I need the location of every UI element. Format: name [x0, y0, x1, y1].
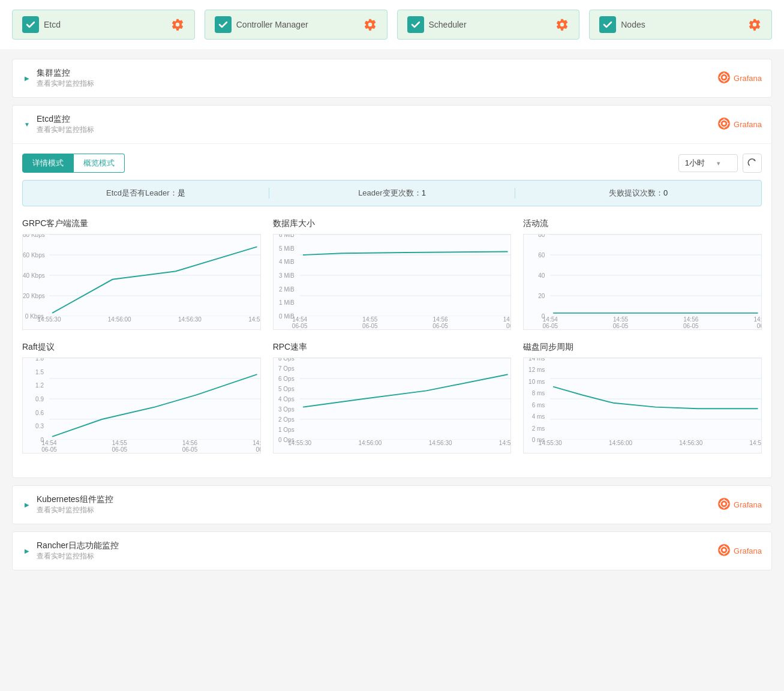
gear-icon [747, 17, 762, 32]
y-label: 8 Ops [274, 357, 296, 362]
y-label: 4 ms [524, 413, 546, 420]
y-label: 1 Ops [274, 426, 296, 433]
charts-grid: GRPC客户端流量 80 Kbps60 Kbps40 Kbps20 Kbps0 … [22, 218, 762, 453]
y-label: 12 ms [524, 366, 546, 373]
status-check-icon [215, 16, 232, 33]
x-label: 14:5406-05 [543, 316, 558, 329]
time-selector: 1小时 ▾ [678, 154, 762, 173]
section-arrow-etcd: ▼ [22, 120, 32, 130]
x-label: 14:5606-05 [432, 316, 448, 329]
y-label: 0.6 [23, 409, 46, 416]
x-label: 14:57:00 [499, 440, 511, 446]
y-label: 7 Ops [274, 365, 296, 372]
status-name: Scheduler [429, 20, 551, 29]
y-label: 6 MiB [274, 234, 296, 238]
y-label: 4 Ops [274, 396, 296, 402]
chart-activity: 活动流 806040200 14:5406-05 14:5506-05 1 [523, 218, 762, 330]
grafana-link-cluster[interactable]: Grafana [718, 71, 762, 85]
section-header-rancher[interactable]: ▶ Rancher日志功能监控 查看实时监控指标 Grafana [13, 532, 771, 570]
x-label: 14:5506-05 [613, 316, 629, 329]
status-item-controller-manager: Controller Manager [205, 10, 388, 40]
section-rancher: ▶ Rancher日志功能监控 查看实时监控指标 Grafana [12, 531, 772, 570]
y-label: 2 MiB [274, 286, 296, 292]
grafana-link-etcd[interactable]: Grafana [718, 118, 762, 131]
grafana-label-k8s: Grafana [734, 500, 762, 509]
refresh-button[interactable] [743, 154, 762, 173]
status-check-icon [407, 16, 424, 33]
status-item-etcd: Etcd [12, 10, 195, 40]
y-label: 5 MiB [274, 245, 296, 251]
stat-value: 是 [178, 188, 185, 197]
section-k8s: ▶ Kubernetes组件监控 查看实时监控指标 Grafana [12, 485, 772, 524]
chart-area-disk: 14 ms12 ms10 ms8 ms6 ms4 ms2 ms0 ms 14:5… [523, 357, 762, 453]
section-arrow-k8s: ▶ [22, 500, 32, 510]
status-check-icon [599, 16, 616, 33]
y-label: 2 Ops [274, 416, 296, 423]
chart-title-disk: 磁盘同步周期 [523, 342, 762, 353]
y-label: 60 [524, 252, 546, 259]
y-label: 6 ms [524, 401, 546, 408]
x-label: 14:56:30 [429, 440, 452, 446]
chart-title-activity: 活动流 [523, 218, 762, 229]
time-dropdown[interactable]: 1小时 ▾ [678, 154, 738, 172]
stat-label: Leader变更次数： [358, 188, 421, 197]
svg-point-2 [723, 76, 726, 79]
y-label: 80 Kbps [23, 234, 47, 238]
x-label: 14:5406-05 [292, 316, 308, 329]
section-etcd: ▼ Etcd监控 查看实时监控指标 Grafana 详情模式概览模式 1小时 ▾ [12, 105, 772, 478]
section-cluster: ▶ 集群监控 查看实时监控指标 Grafana [12, 59, 772, 98]
svg-point-9 [723, 122, 726, 125]
tab-detail[interactable]: 详情模式 [22, 154, 74, 173]
y-label: 4 MiB [274, 259, 296, 265]
grafana-link-k8s[interactable]: Grafana [718, 498, 762, 512]
x-label: 14:57:00 [248, 316, 260, 323]
grafana-icon-etcd [718, 118, 730, 131]
x-label: 14:55:30 [38, 316, 61, 323]
y-label: 1.5 [23, 368, 46, 375]
chart-title-raft: Raft提议 [22, 342, 261, 353]
section-title-rancher: Rancher日志功能监控 [37, 540, 119, 551]
section-header-etcd[interactable]: ▼ Etcd监控 查看实时监控指标 Grafana [13, 106, 771, 143]
chart-area-rpc: 8 Ops7 Ops6 Ops5 Ops4 Ops3 Ops2 Ops1 Ops… [273, 357, 512, 453]
chart-disk: 磁盘同步周期 14 ms12 ms10 ms8 ms6 ms4 ms2 ms0 … [523, 342, 762, 453]
x-label: 14:55:30 [288, 440, 311, 446]
etcd-stats-bar: Etcd是否有Leader：是Leader变更次数：1失败提议次数：0 [22, 180, 762, 206]
section-title-etcd: Etcd监控 [37, 114, 94, 125]
section-subtitle-etcd: 查看实时监控指标 [37, 125, 94, 135]
gear-icon [363, 17, 377, 32]
chart-area-db: 6 MiB5 MiB4 MiB3 MiB2 MiB1 MiB0 MiB 14:5… [273, 234, 512, 330]
tab-overview[interactable]: 概览模式 [74, 154, 125, 173]
section-title-cluster: 集群监控 [37, 68, 94, 79]
gear-icon [170, 17, 185, 32]
grafana-label-cluster: Grafana [734, 74, 762, 83]
x-label: 14:5506-05 [362, 316, 378, 329]
chart-area-raft: 1.81.51.20.90.60.30 14:5406-05 14:5506-0… [22, 357, 261, 453]
x-label: 14:56:00 [609, 440, 632, 446]
chart-raft: Raft提议 1.81.51.20.90.60.30 14:5406-05 14… [22, 342, 261, 453]
stat-item: Leader变更次数：1 [269, 188, 516, 199]
y-label: 60 Kbps [23, 252, 47, 259]
grafana-link-rancher[interactable]: Grafana [718, 544, 762, 558]
y-label: 0.9 [23, 396, 46, 402]
status-name: Nodes [621, 20, 743, 29]
y-label: 80 [524, 234, 546, 238]
expand-all-button[interactable] [12, 49, 772, 59]
section-arrow-cluster: ▶ [22, 74, 32, 83]
x-label: 14:5606-05 [182, 440, 198, 453]
status-item-scheduler: Scheduler [397, 10, 580, 40]
y-label: 1.8 [23, 357, 46, 362]
chart-grpc: GRPC客户端流量 80 Kbps60 Kbps40 Kbps20 Kbps0 … [22, 218, 261, 330]
y-label: 3 MiB [274, 272, 296, 279]
status-name: Controller Manager [236, 20, 358, 29]
grafana-label-etcd: Grafana [734, 120, 762, 129]
y-label: 3 Ops [274, 406, 296, 413]
section-subtitle-k8s: 查看实时监控指标 [37, 505, 113, 515]
grafana-icon-rancher [718, 544, 730, 558]
stat-value: 1 [422, 188, 426, 197]
section-header-k8s[interactable]: ▶ Kubernetes组件监控 查看实时监控指标 Grafana [13, 486, 771, 524]
svg-point-53 [723, 549, 726, 552]
section-header-cluster[interactable]: ▶ 集群监控 查看实时监控指标 Grafana [13, 59, 771, 97]
section-arrow-rancher: ▶ [22, 546, 32, 556]
section-title-k8s: Kubernetes组件监控 [37, 494, 113, 505]
chart-db: 数据库大小 6 MiB5 MiB4 MiB3 MiB2 MiB1 MiB0 Mi… [273, 218, 512, 330]
